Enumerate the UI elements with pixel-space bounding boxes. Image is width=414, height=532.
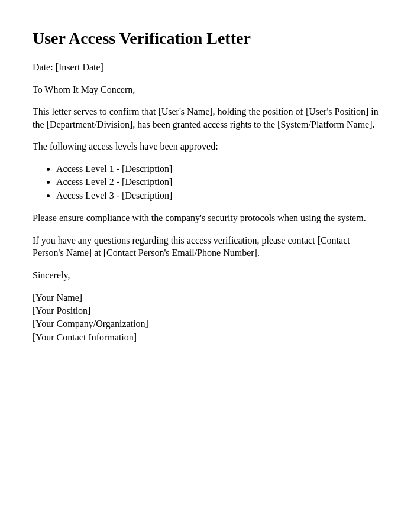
signature-company: [Your Company/Organization] — [33, 317, 381, 330]
signature-name: [Your Name] — [33, 291, 381, 304]
compliance-paragraph: Please ensure compliance with the compan… — [33, 212, 381, 225]
document-page: User Access Verification Letter Date: [I… — [11, 11, 403, 521]
signature-position: [Your Position] — [33, 304, 381, 317]
salutation: To Whom It May Concern, — [33, 83, 381, 96]
document-title: User Access Verification Letter — [33, 29, 381, 48]
intro-paragraph: This letter serves to confirm that [User… — [33, 105, 381, 131]
access-levels-list: Access Level 1 - [Description] Access Le… — [56, 163, 381, 202]
access-levels-intro: The following access levels have been ap… — [33, 140, 381, 153]
contact-paragraph: If you have any questions regarding this… — [33, 234, 381, 259]
list-item: Access Level 3 - [Description] — [56, 189, 381, 202]
signature-contact: [Your Contact Information] — [33, 331, 381, 344]
closing: Sincerely, — [33, 269, 381, 282]
list-item: Access Level 2 - [Description] — [56, 176, 381, 189]
signature-block: [Your Name] [Your Position] [Your Compan… — [33, 291, 381, 345]
date-line: Date: [Insert Date] — [33, 61, 381, 74]
list-item: Access Level 1 - [Description] — [56, 163, 381, 176]
